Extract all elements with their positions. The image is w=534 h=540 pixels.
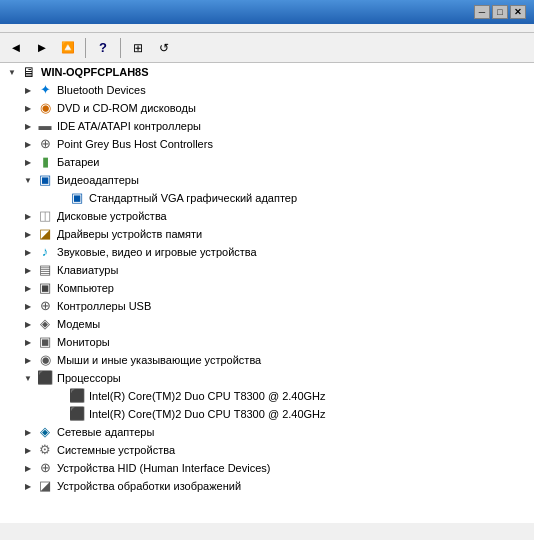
toolbar-back-button[interactable]: ◄ bbox=[4, 37, 28, 59]
tree-arrow-icon: ▶ bbox=[20, 230, 36, 239]
item-label: Дисковые устройства bbox=[57, 210, 167, 222]
tree-arrow-icon: ▶ bbox=[20, 104, 36, 113]
tree-item[interactable]: ▶ ⊕ Point Grey Bus Host Controllers bbox=[0, 135, 534, 153]
tree-arrow-icon: ▶ bbox=[20, 320, 36, 329]
item-icon: ⊕ bbox=[36, 136, 54, 152]
item-icon: ♪ bbox=[36, 244, 54, 260]
root-label: WIN-OQPFCPLAH8S bbox=[41, 66, 149, 78]
tree-item[interactable]: ▶ ◉ Мыши и иные указывающие устройства bbox=[0, 351, 534, 369]
tree-item[interactable]: ▶ ▣ Компьютер bbox=[0, 279, 534, 297]
maximize-button[interactable]: □ bbox=[492, 5, 508, 19]
tree-arrow-icon: ▶ bbox=[20, 266, 36, 275]
content-area: ▼ 🖥 WIN-OQPFCPLAH8S ▶ ✦ Bluetooth Device… bbox=[0, 63, 534, 523]
tree-arrow-icon: ▶ bbox=[20, 140, 36, 149]
item-label: Драйверы устройств памяти bbox=[57, 228, 202, 240]
tree-item[interactable]: ▶ ⚙ Системные устройства bbox=[0, 441, 534, 459]
tree-item[interactable]: ▶ ▤ Клавиатуры bbox=[0, 261, 534, 279]
close-button[interactable]: ✕ bbox=[510, 5, 526, 19]
tree-item[interactable]: ▶ ◪ Устройства обработки изображений bbox=[0, 477, 534, 495]
tree-item[interactable]: ▶ ▬ IDE ATA/ATAPI контроллеры bbox=[0, 117, 534, 135]
tree-arrow-icon: ▶ bbox=[20, 86, 36, 95]
toolbar-refresh-button[interactable]: ↺ bbox=[152, 37, 176, 59]
item-icon: ⬛ bbox=[68, 406, 86, 422]
item-label: Point Grey Bus Host Controllers bbox=[57, 138, 213, 150]
menu-view[interactable] bbox=[44, 26, 56, 30]
tree-item[interactable]: ▶ ◈ Модемы bbox=[0, 315, 534, 333]
tree-arrow-icon: ▶ bbox=[20, 464, 36, 473]
item-icon: ◈ bbox=[36, 316, 54, 332]
item-icon: ⊕ bbox=[36, 298, 54, 314]
item-label: Сетевые адаптеры bbox=[57, 426, 154, 438]
tree-item[interactable]: ▶ ✦ Bluetooth Devices bbox=[0, 81, 534, 99]
item-label: Мыши и иные указывающие устройства bbox=[57, 354, 261, 366]
tree-arrow-icon: ▶ bbox=[20, 248, 36, 257]
item-icon: ▤ bbox=[36, 262, 54, 278]
tree-arrow-icon: ▼ bbox=[20, 374, 36, 383]
menubar bbox=[0, 24, 534, 33]
tree-item[interactable]: ▶ ▣ Мониторы bbox=[0, 333, 534, 351]
item-icon: ▣ bbox=[68, 190, 86, 206]
tree-item[interactable]: ▶ ◫ Дисковые устройства bbox=[0, 207, 534, 225]
tree-item[interactable]: ▼ ⬛ Процессоры bbox=[0, 369, 534, 387]
root-icon: 🖥 bbox=[20, 64, 38, 80]
item-icon: ◪ bbox=[36, 478, 54, 494]
item-icon: ⬛ bbox=[36, 370, 54, 386]
item-icon: ◉ bbox=[36, 352, 54, 368]
tree-arrow-icon: ▶ bbox=[20, 428, 36, 437]
item-label: Компьютер bbox=[57, 282, 114, 294]
item-icon: ⚙ bbox=[36, 442, 54, 458]
toolbar-forward-button[interactable]: ► bbox=[30, 37, 54, 59]
item-icon: ⊕ bbox=[36, 460, 54, 476]
tree-arrow-icon: ▶ bbox=[20, 356, 36, 365]
tree-arrow-icon: ▶ bbox=[20, 158, 36, 167]
toolbar-up-button[interactable]: 🔼 bbox=[56, 37, 80, 59]
item-icon: ⬛ bbox=[68, 388, 86, 404]
tree-item[interactable]: ▶ ◈ Сетевые адаптеры bbox=[0, 423, 534, 441]
item-icon: ✦ bbox=[36, 82, 54, 98]
menu-action[interactable] bbox=[24, 26, 36, 30]
tree-item[interactable]: ▶ ⊕ Устройства HID (Human Interface Devi… bbox=[0, 459, 534, 477]
title-bar: ─ □ ✕ bbox=[0, 0, 534, 24]
item-label: Intel(R) Core(TM)2 Duo CPU T8300 @ 2.40G… bbox=[89, 408, 326, 420]
item-icon: ◫ bbox=[36, 208, 54, 224]
item-icon: ▣ bbox=[36, 172, 54, 188]
item-label: Устройства HID (Human Interface Devices) bbox=[57, 462, 270, 474]
tree-item[interactable]: ▶ ▮ Батареи bbox=[0, 153, 534, 171]
item-label: Клавиатуры bbox=[57, 264, 118, 276]
item-icon: ◪ bbox=[36, 226, 54, 242]
tree-arrow-icon: ▶ bbox=[20, 302, 36, 311]
tree-item[interactable]: ▶ ◪ Драйверы устройств памяти bbox=[0, 225, 534, 243]
toolbar-separator-2 bbox=[120, 38, 121, 58]
tree-item[interactable]: ⬛ Intel(R) Core(TM)2 Duo CPU T8300 @ 2.4… bbox=[0, 405, 534, 423]
menu-file[interactable] bbox=[4, 26, 16, 30]
tree-item[interactable]: ▼ ▣ Видеоадаптеры bbox=[0, 171, 534, 189]
tree-item[interactable]: ▶ ◉ DVD и CD-ROM дисководы bbox=[0, 99, 534, 117]
tree-item[interactable]: ⬛ Intel(R) Core(TM)2 Duo CPU T8300 @ 2.4… bbox=[0, 387, 534, 405]
item-label: IDE ATA/ATAPI контроллеры bbox=[57, 120, 201, 132]
item-label: Мониторы bbox=[57, 336, 110, 348]
item-label: Системные устройства bbox=[57, 444, 175, 456]
tree-arrow-icon: ▶ bbox=[20, 482, 36, 491]
minimize-button[interactable]: ─ bbox=[474, 5, 490, 19]
toolbar-properties-button[interactable]: ⊞ bbox=[126, 37, 150, 59]
tree-item[interactable]: ▣ Стандартный VGA графический адаптер bbox=[0, 189, 534, 207]
tree-arrow-icon: ▶ bbox=[20, 446, 36, 455]
title-bar-buttons: ─ □ ✕ bbox=[474, 5, 526, 19]
tree-root[interactable]: ▼ 🖥 WIN-OQPFCPLAH8S bbox=[0, 63, 534, 81]
item-label: Контроллеры USB bbox=[57, 300, 151, 312]
item-label: Intel(R) Core(TM)2 Duo CPU T8300 @ 2.40G… bbox=[89, 390, 326, 402]
toolbar-separator-1 bbox=[85, 38, 86, 58]
item-label: Видеоадаптеры bbox=[57, 174, 139, 186]
menu-help[interactable] bbox=[64, 26, 76, 30]
item-icon: ◉ bbox=[36, 100, 54, 116]
item-label: Процессоры bbox=[57, 372, 121, 384]
tree-arrow-icon: ▶ bbox=[20, 338, 36, 347]
tree-arrow-icon: ▼ bbox=[20, 176, 36, 185]
item-icon: ▣ bbox=[36, 334, 54, 350]
tree-arrow-icon: ▶ bbox=[20, 284, 36, 293]
tree-item[interactable]: ▶ ⊕ Контроллеры USB bbox=[0, 297, 534, 315]
tree-item[interactable]: ▶ ♪ Звуковые, видео и игровые устройства bbox=[0, 243, 534, 261]
toolbar-help-button[interactable]: ? bbox=[91, 37, 115, 59]
tree-arrow-icon: ▶ bbox=[20, 122, 36, 131]
item-label: Стандартный VGA графический адаптер bbox=[89, 192, 297, 204]
